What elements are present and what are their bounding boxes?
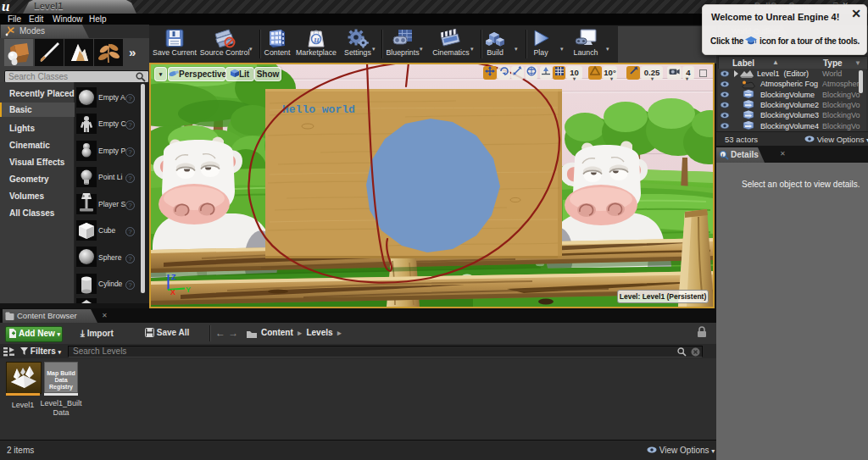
svg-text:u: u: [314, 34, 320, 44]
svg-text:Z: Z: [171, 273, 176, 281]
svg-text:Hello world: Hello world: [282, 103, 355, 116]
svg-text:Y: Y: [186, 285, 191, 294]
svg-text:X: X: [170, 288, 175, 297]
